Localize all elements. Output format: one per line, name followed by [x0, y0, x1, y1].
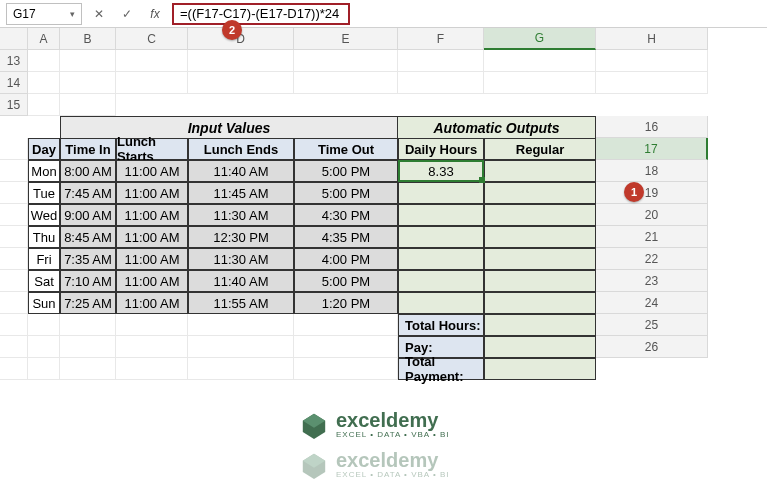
- cell[interactable]: [0, 160, 28, 182]
- cell-day[interactable]: Mon: [28, 160, 60, 182]
- cell-regular[interactable]: [484, 182, 596, 204]
- cell[interactable]: [398, 72, 484, 94]
- cell-time-in[interactable]: 7:45 AM: [60, 182, 116, 204]
- cell-time-out[interactable]: 4:35 PM: [294, 226, 398, 248]
- cell[interactable]: [294, 50, 398, 72]
- cell[interactable]: [60, 72, 116, 94]
- row-hdr-19[interactable]: 19: [596, 182, 708, 204]
- cell-regular[interactable]: [484, 226, 596, 248]
- chevron-down-icon[interactable]: ▾: [70, 9, 75, 19]
- cell[interactable]: [0, 182, 28, 204]
- cell-total-payment-label[interactable]: Total Payment:: [398, 358, 484, 380]
- cell-time-out[interactable]: 5:00 PM: [294, 182, 398, 204]
- row-hdr-22[interactable]: 22: [596, 248, 708, 270]
- cell[interactable]: [398, 50, 484, 72]
- cancel-icon[interactable]: ✕: [88, 3, 110, 25]
- cell-regular[interactable]: [484, 248, 596, 270]
- cell[interactable]: [60, 94, 116, 116]
- row-hdr-23[interactable]: 23: [596, 270, 708, 292]
- row-hdr-17[interactable]: 17: [596, 138, 708, 160]
- section-input-values[interactable]: Input Values: [60, 116, 398, 138]
- cell-day[interactable]: Sat: [28, 270, 60, 292]
- cell-day[interactable]: Wed: [28, 204, 60, 226]
- cell-regular[interactable]: [484, 292, 596, 314]
- cell[interactable]: [60, 358, 116, 380]
- cell-day[interactable]: Tue: [28, 182, 60, 204]
- cell[interactable]: [188, 72, 294, 94]
- cell-daily-hours[interactable]: [398, 248, 484, 270]
- cell[interactable]: [188, 358, 294, 380]
- cell[interactable]: [484, 72, 596, 94]
- th-day[interactable]: Day: [28, 138, 60, 160]
- cell[interactable]: [28, 72, 60, 94]
- col-hdr-F[interactable]: F: [398, 28, 484, 50]
- cell[interactable]: [28, 94, 60, 116]
- cell-time-out[interactable]: 5:00 PM: [294, 160, 398, 182]
- cell-lunch-ends[interactable]: 11:30 AM: [188, 248, 294, 270]
- cell-day[interactable]: Thu: [28, 226, 60, 248]
- cell[interactable]: [0, 226, 28, 248]
- row-hdr-24[interactable]: 24: [596, 292, 708, 314]
- cell[interactable]: [596, 72, 708, 94]
- cell[interactable]: [28, 358, 60, 380]
- row-hdr-16[interactable]: 16: [596, 116, 708, 138]
- cell-time-in[interactable]: 9:00 AM: [60, 204, 116, 226]
- row-hdr-18[interactable]: 18: [596, 160, 708, 182]
- row-hdr-25[interactable]: 25: [596, 314, 708, 336]
- cell[interactable]: [0, 336, 28, 358]
- cell-regular[interactable]: [484, 160, 596, 182]
- cell[interactable]: [0, 292, 28, 314]
- cell-lunch-starts[interactable]: 11:00 AM: [116, 160, 188, 182]
- th-time-in[interactable]: Time In: [60, 138, 116, 160]
- th-regular[interactable]: Regular: [484, 138, 596, 160]
- cell-lunch-ends[interactable]: 11:45 AM: [188, 182, 294, 204]
- row-hdr-21[interactable]: 21: [596, 226, 708, 248]
- row-hdr-26[interactable]: 26: [596, 336, 708, 358]
- col-hdr-E[interactable]: E: [294, 28, 398, 50]
- cell-total-payment-value[interactable]: [484, 358, 596, 380]
- cell[interactable]: [188, 314, 294, 336]
- col-hdr-C[interactable]: C: [116, 28, 188, 50]
- cell-daily-hours-selected[interactable]: 8.33: [398, 160, 484, 182]
- name-box[interactable]: G17 ▾: [6, 3, 82, 25]
- col-hdr-G[interactable]: G: [484, 28, 596, 50]
- cell-lunch-starts[interactable]: 11:00 AM: [116, 204, 188, 226]
- cell-total-hours-label[interactable]: Total Hours:: [398, 314, 484, 336]
- cell-lunch-ends[interactable]: 11:55 AM: [188, 292, 294, 314]
- cell-time-out[interactable]: 1:20 PM: [294, 292, 398, 314]
- cell-time-in[interactable]: 7:35 AM: [60, 248, 116, 270]
- cell-regular[interactable]: [484, 204, 596, 226]
- cell-time-in[interactable]: 7:10 AM: [60, 270, 116, 292]
- cell[interactable]: [188, 336, 294, 358]
- cell[interactable]: [60, 314, 116, 336]
- cell[interactable]: [0, 314, 28, 336]
- cell-day[interactable]: Sun: [28, 292, 60, 314]
- cell-lunch-starts[interactable]: 11:00 AM: [116, 270, 188, 292]
- th-lunch-starts[interactable]: Lunch Starts: [116, 138, 188, 160]
- cell-lunch-starts[interactable]: 11:00 AM: [116, 226, 188, 248]
- cell-regular[interactable]: [484, 270, 596, 292]
- cell[interactable]: [28, 336, 60, 358]
- cell-time-in[interactable]: 7:25 AM: [60, 292, 116, 314]
- th-time-out[interactable]: Time Out: [294, 138, 398, 160]
- cell-time-out[interactable]: 4:30 PM: [294, 204, 398, 226]
- row-hdr-15[interactable]: 15: [0, 94, 28, 116]
- cell[interactable]: [60, 336, 116, 358]
- cell-daily-hours[interactable]: [398, 292, 484, 314]
- fx-icon[interactable]: fx: [144, 3, 166, 25]
- th-lunch-ends[interactable]: Lunch Ends: [188, 138, 294, 160]
- cell[interactable]: [28, 50, 60, 72]
- cell[interactable]: [188, 50, 294, 72]
- cell-time-in[interactable]: 8:45 AM: [60, 226, 116, 248]
- cell[interactable]: [484, 50, 596, 72]
- spreadsheet-grid[interactable]: A B C D E F G H 13 14 15 Input Values Au…: [0, 28, 767, 380]
- cell[interactable]: [0, 248, 28, 270]
- select-all-corner[interactable]: [0, 28, 28, 50]
- cell[interactable]: [60, 50, 116, 72]
- cell[interactable]: [294, 72, 398, 94]
- cell-lunch-starts[interactable]: 11:00 AM: [116, 248, 188, 270]
- cell[interactable]: [0, 204, 28, 226]
- col-hdr-B[interactable]: B: [60, 28, 116, 50]
- cell[interactable]: [294, 336, 398, 358]
- cell[interactable]: [116, 314, 188, 336]
